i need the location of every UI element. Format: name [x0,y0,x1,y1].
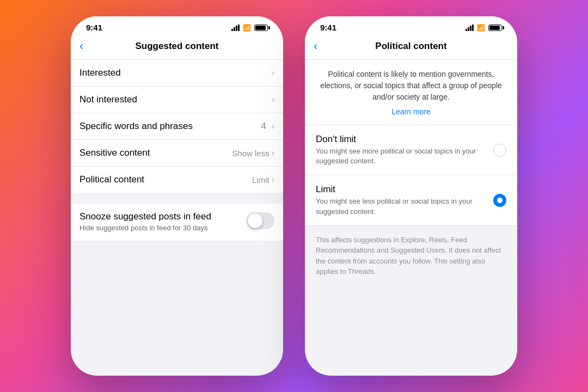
description-text: Political content is likely to mention g… [316,69,506,103]
description-box: Political content is likely to mention g… [305,60,517,125]
back-chevron-icon-political: ‹ [314,40,317,52]
settings-item-political[interactable]: Political content Limit › [71,167,283,193]
toggle-subtitle: Hide suggested posts in feed for 30 days [79,223,241,233]
phone-suggested-content: 9:41 📶 ‹ Suggested content [71,16,283,376]
radio-item-limit[interactable]: Limit You might see less political or so… [305,175,517,225]
settings-right-not-interested: › [272,95,274,105]
battery-icon [254,24,268,31]
signal-icon [231,24,240,31]
time-left: 9:41 [86,23,102,32]
toggle-knob [248,213,262,228]
status-bar-right: 9:41 📶 [305,16,517,35]
back-button-suggested[interactable]: ‹ [79,40,83,52]
toggle-text: Snooze suggested posts in feed Hide sugg… [79,211,241,233]
chevron-words: › [272,121,274,131]
back-button-political[interactable]: ‹ [314,40,317,52]
radio-circle-limit[interactable] [493,194,506,207]
radio-desc-dont-limit: You might see more political or social t… [316,146,493,166]
settings-right-sensitive: Show less › [232,148,274,158]
status-political: Limit [252,175,270,185]
settings-label-political: Political content [79,174,252,185]
status-bar-left: 9:41 📶 [71,16,283,35]
radio-circle-dont-limit[interactable] [493,144,506,157]
screen-body-political: Political content is likely to mention g… [305,60,517,376]
wifi-icon-right: 📶 [477,24,485,32]
settings-list: Interested › Not interested › Specific w… [71,60,283,193]
radio-content-dont-limit: Don't limit You might see more political… [316,134,493,166]
learn-more-link[interactable]: Learn more [316,107,506,116]
affects-text: This affects suggestions in Explore, Ree… [305,226,517,286]
page-title-suggested: Suggested content [135,41,218,52]
chevron-sensitive: › [272,148,274,158]
time-right: 9:41 [320,23,336,32]
radio-options: Don't limit You might see more political… [305,125,517,226]
signal-icon-right [465,24,474,31]
screen-body-suggested: Interested › Not interested › Specific w… [71,60,283,376]
radio-content-limit: Limit You might see less political or so… [316,184,493,216]
radio-item-dont-limit[interactable]: Don't limit You might see more political… [305,125,517,175]
phone-political-content: 9:41 📶 ‹ Political content Political [305,16,517,376]
battery-icon-right [488,24,502,31]
toggle-section: Snooze suggested posts in feed Hide sugg… [71,204,283,241]
settings-right-political: Limit › [252,175,274,185]
toggle-title: Snooze suggested posts in feed [79,211,241,222]
settings-item-words[interactable]: Specific words and phrases 4 › [71,113,283,140]
nav-header-suggested: ‹ Suggested content [71,35,283,60]
settings-item-interested[interactable]: Interested › [71,60,283,87]
status-icons-right: 📶 [465,24,502,32]
settings-item-not-interested[interactable]: Not interested › [71,87,283,113]
chevron-political: › [272,175,274,185]
status-sensitive: Show less [232,149,269,158]
radio-title-dont-limit: Don't limit [316,134,493,145]
status-icons-left: 📶 [231,24,268,32]
wifi-icon: 📶 [243,24,251,32]
radio-title-limit: Limit [316,184,493,195]
settings-label-words: Specific words and phrases [79,121,261,132]
chevron-not-interested: › [272,95,274,105]
settings-item-sensitive[interactable]: Sensitive content Show less › [71,140,283,167]
affects-description: This affects suggestions in Explore, Ree… [316,236,501,276]
page-title-political: Political content [375,41,446,52]
toggle-row-snooze: Snooze suggested posts in feed Hide sugg… [71,204,283,241]
settings-right-words: 4 › [261,121,274,132]
settings-label-interested: Interested [79,68,272,78]
badge-words: 4 [261,121,266,132]
settings-right-interested: › [272,68,274,78]
settings-label-sensitive: Sensitive content [79,148,232,158]
radio-desc-limit: You might see less political or social t… [316,197,493,216]
back-chevron-icon: ‹ [79,40,83,52]
nav-header-political: ‹ Political content [305,35,517,60]
toggle-switch-snooze[interactable] [247,212,274,229]
settings-label-not-interested: Not interested [79,94,272,105]
chevron-interested: › [272,68,274,78]
